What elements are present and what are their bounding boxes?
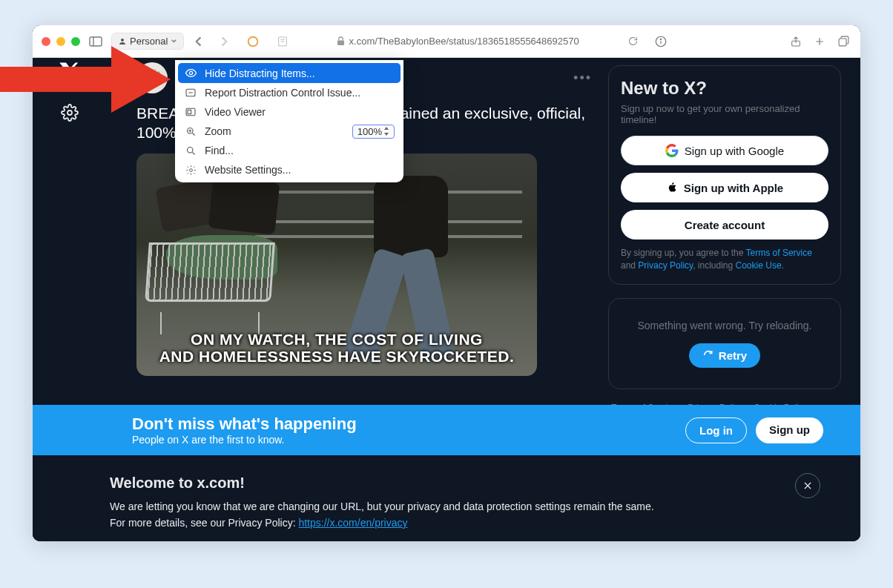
- video-caption: ON MY WATCH, THE COST OF LIVING AND HOME…: [136, 331, 537, 365]
- traffic-lights: [42, 37, 80, 46]
- svg-point-24: [187, 147, 193, 153]
- reload-icon: [702, 349, 714, 361]
- svg-rect-19: [188, 110, 191, 113]
- svg-point-2: [121, 39, 124, 42]
- menu-hide-distracting[interactable]: Hide Distracting Items...: [178, 63, 401, 83]
- retry-button[interactable]: Retry: [689, 343, 760, 368]
- eye-hide-icon: [184, 67, 197, 79]
- address-bar[interactable]: x.com/TheBabylonBee/status/1836518555648…: [298, 36, 617, 47]
- settings-icon[interactable]: [61, 104, 79, 125]
- close-icon: [803, 480, 813, 491]
- close-window[interactable]: [42, 37, 50, 46]
- x-logo-icon[interactable]: [59, 61, 81, 86]
- banner-title: Don't miss what's happening: [132, 414, 357, 434]
- maximize-window[interactable]: [71, 37, 80, 46]
- back-button[interactable]: [191, 33, 208, 50]
- reload-icon[interactable]: [625, 33, 641, 50]
- banner-sub: People on X are the first to know.: [132, 434, 357, 446]
- page-settings-icon[interactable]: [274, 33, 291, 50]
- zoom-value[interactable]: 100%: [352, 125, 395, 139]
- menu-find[interactable]: Find...: [178, 141, 401, 160]
- google-logo-icon: [665, 144, 679, 157]
- svg-point-10: [660, 39, 661, 39]
- menu-report-distraction[interactable]: Report Distraction Control Issue...: [178, 83, 401, 102]
- error-message: Something went wrong. Try reloading.: [619, 320, 830, 331]
- signup-fineprint: By signing up, you agree to the Terms of…: [621, 247, 828, 272]
- signup-google-button[interactable]: Sign up with Google: [621, 136, 828, 165]
- url-text: x.com/TheBabylonBee/status/1836518555648…: [349, 36, 579, 47]
- notice-title: Welcome to x.com!: [110, 475, 825, 492]
- signup-apple-button[interactable]: Sign up with Apple: [621, 173, 828, 202]
- close-notice-button[interactable]: [795, 473, 820, 498]
- svg-rect-0: [90, 37, 102, 46]
- tos-link[interactable]: Terms of Service: [746, 248, 812, 258]
- cookie-link[interactable]: Cookie Use: [736, 260, 782, 271]
- svg-line-25: [192, 152, 194, 154]
- url-change-notice: Welcome to x.com! We are letting you kno…: [33, 455, 860, 541]
- ring-icon[interactable]: [245, 33, 261, 50]
- signup-card: New to X? Sign up now to get your own pe…: [608, 65, 841, 285]
- author-avatar[interactable]: 🐝: [136, 62, 168, 93]
- svg-point-15: [189, 71, 192, 74]
- notice-line2: For more details, see our Privacy Policy…: [110, 515, 825, 532]
- sidebar-toggle-icon[interactable]: [88, 33, 104, 50]
- more-icon[interactable]: •••: [573, 70, 592, 86]
- menu-zoom[interactable]: Zoom 100%: [178, 122, 401, 141]
- tweet-media[interactable]: ON MY WATCH, THE COST OF LIVING AND HOME…: [136, 153, 537, 376]
- new-tab-icon[interactable]: [811, 33, 828, 50]
- browser-window: Personal x.com/TheBabylonBee/status/1836…: [33, 25, 860, 541]
- error-card: Something went wrong. Try reloading. Ret…: [608, 298, 841, 389]
- privacy-policy-link[interactable]: https://x.com/en/privacy: [298, 517, 407, 529]
- page-settings-menu: Hide Distracting Items... Report Distrac…: [175, 60, 403, 182]
- tabs-overview-icon[interactable]: [835, 33, 851, 50]
- settings-gear-icon: [184, 165, 197, 176]
- signup-sub: Sign up now to get your own personalized…: [621, 103, 828, 125]
- zoom-icon: [184, 126, 197, 137]
- menu-video-viewer[interactable]: Video Viewer: [178, 102, 401, 122]
- svg-line-21: [192, 133, 194, 135]
- forward-button[interactable]: [215, 33, 231, 50]
- video-viewer-icon: [184, 106, 197, 118]
- report-icon: [184, 87, 197, 99]
- menu-website-settings[interactable]: Website Settings...: [178, 160, 401, 179]
- login-banner: Don't miss what's happening People on X …: [33, 405, 860, 455]
- share-icon[interactable]: [788, 33, 804, 50]
- svg-point-26: [189, 168, 192, 171]
- privacy-link[interactable]: Privacy Policy: [638, 260, 693, 271]
- svg-rect-7: [337, 41, 344, 45]
- svg-rect-14: [839, 39, 846, 46]
- apple-logo-icon: [666, 181, 678, 194]
- signup-heading: New to X?: [621, 78, 828, 99]
- login-button[interactable]: Log in: [685, 417, 747, 443]
- signup-button[interactable]: Sign up: [756, 417, 823, 443]
- profile-selector[interactable]: Personal: [111, 33, 184, 50]
- svg-point-3: [248, 36, 258, 46]
- profile-label: Personal: [130, 36, 168, 47]
- find-icon: [184, 145, 197, 156]
- svg-point-27: [67, 110, 72, 115]
- browser-toolbar: Personal x.com/TheBabylonBee/status/1836…: [33, 25, 860, 58]
- notice-line1: We are letting you know that we are chan…: [110, 499, 825, 515]
- info-icon[interactable]: [653, 33, 669, 50]
- minimize-window[interactable]: [56, 37, 65, 46]
- create-account-button[interactable]: Create account: [621, 210, 828, 240]
